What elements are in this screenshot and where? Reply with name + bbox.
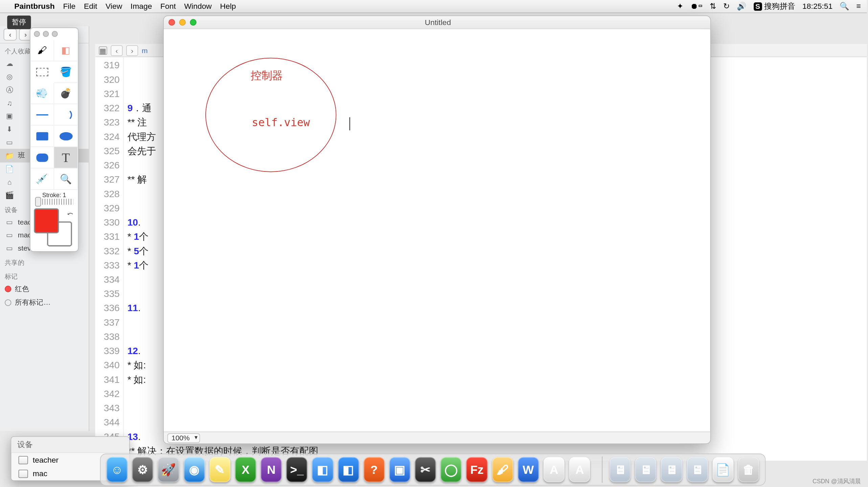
dock-app-app2[interactable]: ◧ [338, 457, 359, 482]
dock-doc[interactable]: 📄 [712, 457, 733, 482]
airdrop-icon: ◎ [5, 72, 14, 82]
dock-app-app5[interactable]: ✂ [415, 457, 436, 482]
editor-back[interactable]: ‹ [111, 45, 122, 56]
display-icon: ▭ [5, 230, 14, 240]
menu-view[interactable]: View [106, 2, 122, 10]
color-swatches: ⤺ [34, 208, 74, 247]
tool-spray[interactable]: 💨 [30, 83, 54, 104]
notification-center-icon[interactable]: ≡ [856, 2, 861, 10]
window-zoom[interactable] [190, 19, 196, 25]
tool-grid: 🖌 ◧ 🪣 💨 💣 T 💉 🔍 [30, 40, 78, 190]
dock-display3[interactable]: 🖥 [661, 457, 682, 482]
display-icon [19, 469, 28, 478]
clock[interactable]: 18:25:51 [802, 2, 832, 10]
sidebar-section-tags: 标记 [0, 269, 89, 282]
palette-close[interactable] [34, 31, 40, 37]
dock-display2[interactable]: 🖥 [635, 457, 656, 482]
app-menu[interactable]: Paintbrush [14, 2, 55, 10]
tool-magnifier[interactable]: 🔍 [54, 168, 78, 190]
titlebar[interactable]: Untitled [164, 16, 710, 29]
paintbrush-window: Untitled 控制器 self.view 100% [163, 16, 711, 444]
stroke-slider[interactable] [35, 199, 73, 205]
dock-app-excel[interactable]: X [235, 457, 256, 482]
canvas-text-top: 控制器 [251, 68, 283, 83]
canvas[interactable]: 控制器 self.view [164, 29, 703, 429]
watermark: CSDN @清风清晨 [813, 478, 861, 486]
window-minimize[interactable] [179, 19, 186, 25]
dock-app-finder[interactable]: ☺ [107, 457, 128, 482]
dock-app-settings[interactable]: ⚙ [132, 457, 153, 482]
editor-fwd[interactable]: › [126, 45, 138, 56]
dock-app-paintbrush[interactable]: 🖌 [492, 457, 513, 482]
dock-app-filezilla[interactable]: Fz [466, 457, 487, 482]
menu-window[interactable]: Window [184, 2, 212, 10]
music-icon: ♫ [5, 98, 14, 108]
tool-marquee[interactable] [36, 68, 48, 76]
dock-display1[interactable]: 🖥 [610, 457, 631, 482]
desktop-icon: ▭ [5, 138, 14, 147]
timemachine-icon[interactable]: ↻ [723, 2, 730, 10]
dock-app-xcode1[interactable]: A [544, 457, 565, 482]
dock: ☺⚙🚀◉✎XN>_◧◧?▣✂◯Fz🖌WAA🖥🖥🖥🖥📄🗑 [100, 454, 766, 486]
menubar: Paintbrush File Edit View Image Font Win… [0, 0, 867, 13]
tool-text[interactable]: T [54, 147, 78, 168]
display-icon: ▭ [5, 244, 14, 253]
menu-image[interactable]: Image [131, 2, 152, 10]
device-popup-header: 设备 [11, 437, 129, 453]
tool-rectangle[interactable] [30, 125, 54, 147]
editor-related-icon[interactable]: ▦ [99, 46, 107, 54]
record-icon[interactable]: ⏺▭ [690, 2, 702, 10]
menu-font[interactable]: Font [160, 2, 176, 10]
finder-back[interactable]: ‹ [4, 28, 17, 40]
folder-icon: 📁 [5, 151, 14, 160]
window-close[interactable] [168, 19, 175, 25]
dock-app-xcode2[interactable]: A [569, 457, 590, 482]
dock-app-terminal[interactable]: >_ [287, 457, 307, 482]
dock-app-app6[interactable]: ◯ [441, 457, 462, 482]
dock-app-app1[interactable]: ◧ [312, 457, 333, 482]
tool-bucket[interactable]: 🪣 [54, 61, 78, 83]
dock-trash[interactable]: 🗑 [738, 457, 759, 482]
movies-icon: 🎬 [5, 190, 14, 200]
zoom-select[interactable]: 100% [167, 433, 200, 442]
tool-brush[interactable]: 🖌 [30, 40, 54, 61]
palette-min[interactable] [43, 31, 49, 37]
pause-badge[interactable]: 暂停 [7, 16, 31, 29]
ime-menu[interactable]: S 搜狗拼音 [754, 1, 795, 12]
menu-help[interactable]: Help [220, 2, 236, 10]
dock-app-notes[interactable]: ✎ [209, 457, 230, 482]
tool-ellipse[interactable] [54, 125, 78, 147]
dock-app-safari[interactable]: ◉ [184, 457, 205, 482]
display-icon [19, 456, 28, 464]
canvas-text-center: self.view [252, 116, 310, 129]
menuextra-icon[interactable]: ✦ [677, 2, 683, 10]
palette-zoom[interactable] [52, 31, 58, 37]
tool-bomb[interactable]: 💣 [54, 83, 78, 104]
tool-eraser[interactable]: ◧ [54, 40, 78, 61]
dock-separator [602, 457, 602, 483]
tool-eyedropper[interactable]: 💉 [30, 168, 54, 190]
menu-edit[interactable]: Edit [84, 2, 97, 10]
sync-icon[interactable]: ⇅ [710, 2, 716, 10]
volume-icon[interactable]: 🔊 [737, 2, 746, 10]
swap-colors-icon[interactable]: ⤺ [67, 210, 73, 218]
downloads-icon: ⬇ [5, 124, 14, 134]
dock-app-onenote[interactable]: N [261, 457, 282, 482]
text-caret [349, 117, 350, 131]
window-title: Untitled [197, 18, 679, 27]
menu-file[interactable]: File [63, 2, 75, 10]
dock-app-app3[interactable]: ? [364, 457, 385, 482]
dock-app-launchpad[interactable]: 🚀 [158, 457, 179, 482]
editor-crumb[interactable]: m [142, 46, 148, 54]
foreground-swatch[interactable] [34, 208, 59, 233]
sidebar-tag-all[interactable]: 所有标记… [0, 296, 89, 309]
dock-app-app4[interactable]: ▣ [389, 457, 410, 482]
spotlight-icon[interactable]: 🔍 [840, 2, 849, 10]
sidebar-tag-red[interactable]: 红色 [0, 282, 89, 296]
tool-curve[interactable] [54, 104, 78, 125]
dock-app-word[interactable]: W [518, 457, 539, 482]
dock-display4[interactable]: 🖥 [687, 457, 708, 482]
tool-roundrect[interactable] [30, 147, 54, 168]
tool-line[interactable] [30, 104, 54, 125]
cloud-icon: ☁ [5, 59, 14, 68]
